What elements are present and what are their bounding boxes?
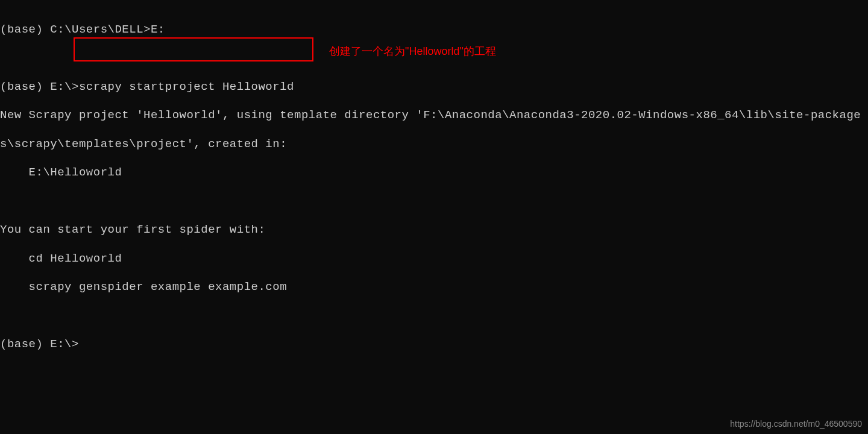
terminal-line-command: (base) E:\>scrapy startproject Helloworl… xyxy=(0,80,868,95)
annotation-text: 创建了一个名为"Helloworld"的工程 xyxy=(329,45,496,58)
terminal-line: (base) C:\Users\DELL>E: xyxy=(0,23,868,37)
terminal-line: You can start your first spider with: xyxy=(0,223,868,237)
terminal-line: cd Helloworld xyxy=(0,252,868,266)
terminal-line: s\scrapy\templates\project', created in: xyxy=(0,137,868,152)
terminal-line-prompt: (base) E:\> xyxy=(0,338,868,352)
terminal-output[interactable]: (base) C:\Users\DELL>E: (base) E:\>scrap… xyxy=(0,8,868,366)
terminal-line-empty xyxy=(0,309,868,324)
terminal-line: E:\Helloworld xyxy=(0,166,868,180)
terminal-line: New Scrapy project 'Helloworld', using t… xyxy=(0,108,868,123)
command-text: scrapy startproject Helloworld xyxy=(79,80,294,93)
watermark-text: https://blog.csdn.net/m0_46500590 xyxy=(730,419,862,430)
terminal-line: scrapy genspider example example.com xyxy=(0,280,868,295)
prompt-text: (base) E:\> xyxy=(0,80,79,93)
terminal-line-empty xyxy=(0,195,868,209)
